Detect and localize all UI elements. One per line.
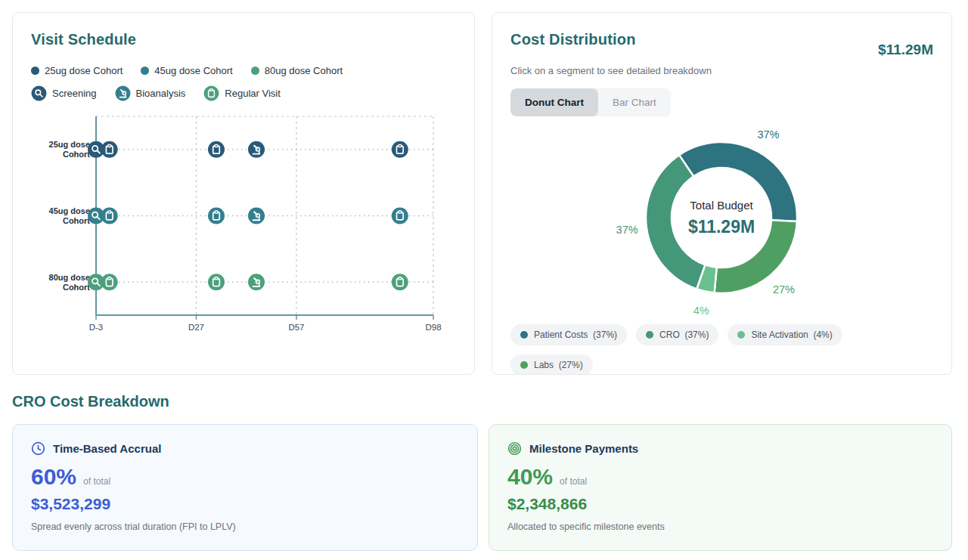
cost-legend-pill-site-activation[interactable]: Site Activation (4%) (728, 324, 842, 345)
visit-schedule-panel: Visit Schedule 25ug dose Cohort45ug dose… (12, 12, 475, 375)
target-icon (507, 441, 522, 456)
donut-segment-labs[interactable] (715, 220, 797, 293)
screening-icon (31, 85, 47, 101)
legend-dot-icon (520, 331, 528, 339)
visit-type-legend: ScreeningBioanalysisRegular Visit (31, 85, 456, 101)
visit-type-legend-item-regular-visit: Regular Visit (203, 85, 280, 101)
dashboard-page: Visit Schedule 25ug dose Cohort45ug dose… (0, 0, 968, 555)
legend-dot-icon (520, 361, 528, 369)
visit-marker-regular (208, 208, 225, 224)
visit-type-legend-label: Regular Visit (225, 88, 280, 99)
legend-dot-icon (646, 331, 653, 339)
visit-marker-regular (392, 274, 408, 290)
total-budget-value: $11.29M (878, 42, 933, 58)
cro-breakdown-title: CRO Cost Breakdown (12, 393, 952, 410)
visit-type-legend-item-screening: Screening (31, 85, 97, 101)
legend-dot-icon (737, 331, 745, 339)
visit-marker-regular (208, 274, 225, 290)
visit-type-legend-label: Screening (52, 88, 97, 99)
cohort-dot-icon (251, 67, 259, 75)
cost-legend-label: Site Activation (4%) (751, 330, 832, 340)
card-description: Allocated to specific milestone events (507, 521, 933, 532)
visit-marker-bioanalysis (248, 274, 265, 290)
cost-distribution-subtitle: Click on a segment to see detailed break… (510, 65, 933, 76)
card-of-total-label: of total (560, 476, 587, 487)
visit-marker-regular (208, 141, 225, 158)
card-title: Time-Based Accrual (53, 442, 161, 455)
visit-schedule-title: Visit Schedule (31, 31, 456, 48)
cost-distribution-title: Cost Distribution (510, 31, 636, 48)
time-based-accrual-card: Time-Based Accrual60%of total$3,523,299S… (12, 424, 478, 551)
visit-marker-regular (101, 274, 118, 290)
card-percent-row: 40%of total (507, 466, 933, 488)
card-heading: Time-Based Accrual (31, 441, 459, 456)
row-label: 45ug dose (49, 206, 90, 215)
card-title: Milestone Payments (529, 442, 638, 455)
x-tick-label: D27 (188, 323, 204, 332)
donut-chart: 37%27%4%37% (510, 119, 933, 321)
visit-marker-bioanalysis (248, 141, 265, 158)
donut-segment-pct-label: 37% (616, 224, 638, 236)
cohort-legend-label: 80ug dose Cohort (265, 65, 343, 76)
cost-legend-label: Labs (27%) (534, 360, 583, 370)
bar-chart-toggle-button[interactable]: Bar Chart (598, 88, 671, 116)
cost-legend-pill-cro[interactable]: CRO (37%) (636, 324, 718, 345)
visit-marker-regular (101, 141, 118, 158)
donut-segment-pct-label: 4% (693, 305, 709, 317)
donut-chart-area: 37%27%4%37% Total Budget $11.29M (510, 119, 933, 324)
cost-legend-label: CRO (37%) (659, 330, 709, 340)
cohort-legend-label: 25ug dose Cohort (45, 65, 123, 76)
cost-legend-pill-labs[interactable]: Labs (27%) (510, 354, 593, 375)
donut-segment-patient-costs[interactable] (679, 142, 797, 221)
cohort-legend-label: 45ug dose Cohort (154, 65, 232, 76)
cohort-dot-icon (31, 67, 39, 75)
top-row: Visit Schedule 25ug dose Cohort45ug dose… (12, 12, 952, 375)
donut-segment-pct-label: 37% (757, 128, 779, 141)
regular-icon (203, 85, 219, 101)
x-tick-label: D-3 (89, 323, 104, 332)
card-description: Spread evenly across trial duration (FPI… (31, 521, 459, 532)
visit-schedule-chart: 25ug doseCohort45ug doseCohort80ug doseC… (31, 107, 456, 336)
cohort-legend-item-25ug-dose-cohort: 25ug dose Cohort (31, 65, 123, 76)
cohort-legend-item-45ug-dose-cohort: 45ug dose Cohort (141, 65, 232, 76)
cost-distribution-header: Cost Distribution $11.29M (510, 31, 933, 58)
card-amount: $2,348,866 (507, 495, 933, 513)
row-label: 25ug dose (49, 140, 90, 149)
cohort-legend: 25ug dose Cohort45ug dose Cohort80ug dos… (31, 65, 456, 76)
row-label: Cohort (63, 283, 90, 292)
chart-type-toggle: Donut ChartBar Chart (510, 88, 671, 116)
x-tick-label: D57 (288, 323, 304, 332)
visit-marker-regular (392, 208, 408, 224)
row-label: Cohort (63, 216, 90, 225)
card-of-total-label: of total (83, 476, 110, 487)
visit-type-legend-label: Bioanalysis (136, 88, 186, 99)
cost-distribution-panel: Cost Distribution $11.29M Click on a seg… (492, 12, 952, 375)
card-percent-row: 60%of total (31, 466, 459, 488)
cost-legend: Patient Costs (37%)CRO (37%)Site Activat… (510, 324, 933, 375)
card-amount: $3,523,299 (31, 495, 459, 513)
card-percent: 60% (31, 466, 76, 488)
milestone-payments-card: Milestone Payments40%of total$2,348,866A… (489, 424, 952, 551)
visit-type-legend-item-bioanalysis: Bioanalysis (115, 85, 186, 101)
cro-breakdown-cards: Time-Based Accrual60%of total$3,523,299S… (12, 424, 952, 551)
clock-icon (31, 441, 45, 456)
bioanalysis-icon (115, 85, 131, 101)
cost-legend-label: Patient Costs (37%) (534, 330, 617, 340)
cohort-dot-icon (141, 67, 149, 75)
donut-segment-pct-label: 27% (773, 283, 795, 295)
row-label: 80ug dose (49, 273, 90, 282)
donut-chart-toggle-button[interactable]: Donut Chart (510, 88, 598, 116)
card-heading: Milestone Payments (507, 441, 933, 456)
x-tick-label: D98 (425, 323, 441, 332)
row-label: Cohort (63, 150, 90, 159)
cohort-legend-item-80ug-dose-cohort: 80ug dose Cohort (251, 65, 343, 76)
visit-marker-bioanalysis (248, 208, 265, 224)
cost-legend-pill-patient-costs[interactable]: Patient Costs (37%) (510, 324, 627, 345)
visit-marker-regular (392, 141, 408, 158)
card-percent: 40% (507, 466, 553, 488)
visit-marker-regular (101, 208, 118, 224)
